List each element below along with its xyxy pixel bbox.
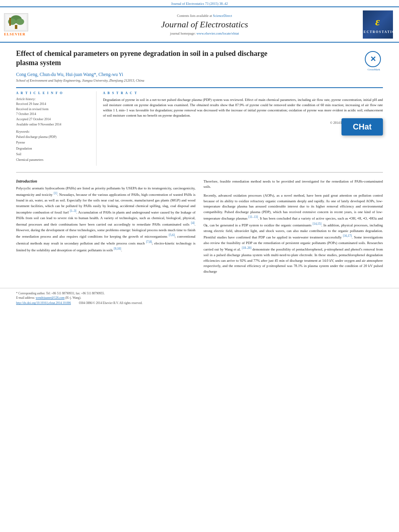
ref-11-13: [11–13] xyxy=(249,215,258,219)
ref-4: [4] xyxy=(191,221,195,225)
history-dates: Received 29 June 2014 Received in revise… xyxy=(16,102,90,127)
issn-copyright: 0304-3886/© 2014 Elsevier B.V. All right… xyxy=(79,301,142,305)
ref-5-6: [5,6] xyxy=(169,233,175,237)
elsevier-brand: ELSEVIER xyxy=(4,32,48,36)
article-info-panel: A R T I C L E I N F O Article history: R… xyxy=(16,91,97,166)
received-revised-label: Received in revised form xyxy=(16,107,90,112)
info-abstract-row: A R T I C L E I N F O Article history: R… xyxy=(16,87,383,166)
keyword-5: Chemical parameters xyxy=(16,157,90,163)
journal-title: Journal of Electrostatics xyxy=(56,19,353,30)
keyword-4: Soil xyxy=(16,152,90,157)
ref-18-20: [18–20] xyxy=(242,246,251,250)
body-col-right: Therefore, feasible remediation method n… xyxy=(204,179,383,278)
abstract-text: Degradation of pyrene in soil in a net-t… xyxy=(103,97,383,119)
available-date: Available online 9 November 2014 xyxy=(16,122,90,127)
section-divider xyxy=(16,172,383,173)
electrostatics-title: ELECTROSTATICS xyxy=(358,30,398,34)
received-revised-date: 7 October 2014 xyxy=(16,112,90,117)
keyword-2: Pyrene xyxy=(16,140,90,146)
received-date: Received 29 June 2014 xyxy=(16,102,90,107)
email-author: (H.-j. Wang). xyxy=(65,296,81,300)
crossmark-label: CrossMark xyxy=(365,68,383,71)
body-col-left: Introduction Polycyclic aromatic hydroca… xyxy=(16,179,195,278)
journal-logo-right: ε ELECTROSTATICS xyxy=(361,10,395,39)
affiliation: School of Environment and Safety Enginee… xyxy=(16,78,383,82)
homepage-link[interactable]: www.elsevier.com/locate/elstat xyxy=(196,31,239,35)
email-note: E-mail address: wendyjuaner@126.com (H.-… xyxy=(16,296,383,300)
intro-col2-para2: Recently, advanced oxidation processes (… xyxy=(204,193,383,274)
keywords-label: Keywords: xyxy=(16,130,90,134)
svg-rect-4 xyxy=(15,25,17,29)
chat-button[interactable]: CHat xyxy=(341,118,383,136)
sciencedirect-link: Contents lists available at ScienceDirec… xyxy=(56,14,353,18)
paper-title: Effect of chemical parameters on pyrene … xyxy=(16,49,290,68)
abstract-label: A B S T R A C T xyxy=(103,91,383,95)
abstract-panel: A B S T R A C T Degradation of pyrene in… xyxy=(97,91,383,166)
article-content: Effect of chemical parameters on pyrene … xyxy=(0,43,399,284)
svg-point-3 xyxy=(16,18,24,25)
svg-rect-5 xyxy=(9,18,11,26)
sciencedirect-anchor[interactable]: ScienceDirect xyxy=(213,14,232,18)
crossmark-circle: ✕ xyxy=(365,51,381,67)
ref-14-15: [14,15] xyxy=(313,222,321,226)
ref-1: [1] xyxy=(53,191,57,195)
elsevier-image xyxy=(4,13,28,31)
copyright: © 2014 Elsevier B.V. All rights reserved… xyxy=(103,121,383,125)
electrostatics-symbol: ε xyxy=(375,15,380,28)
corresponding-note: * Corresponding author. Tel: +86 511 887… xyxy=(16,292,383,295)
history-label: Article history: xyxy=(16,97,90,101)
accepted-date: Accepted 27 October 2014 xyxy=(16,117,90,122)
keyword-1: Pulsed discharge plasma (PDP) xyxy=(16,134,90,140)
elsevier-tree-svg xyxy=(6,14,26,30)
intro-col1-para1: Polycyclic aromatic hydrocarbons (PAHs) … xyxy=(16,186,195,253)
journal-homepage: journal homepage: www.elsevier.com/locat… xyxy=(56,31,353,35)
electrostatics-cover: ε ELECTROSTATICS xyxy=(363,10,393,39)
keywords-list: Pulsed discharge plasma (PDP) Pyrene Deg… xyxy=(16,134,90,163)
email-label: E-mail address: xyxy=(16,296,36,300)
publisher-logo-area: ELSEVIER xyxy=(4,13,48,36)
email-link[interactable]: wendyjuaner@126.com xyxy=(36,296,65,300)
ref-16-17: [16,17] xyxy=(343,234,352,238)
crossmark-icon: ✕ xyxy=(370,55,376,64)
footer-links: http://dx.doi.org/10.1016/j.elstat.2014.… xyxy=(16,301,383,305)
journal-header: ELSEVIER Contents lists available at Sci… xyxy=(0,6,399,43)
keywords-group: Keywords: Pulsed discharge plasma (PDP) … xyxy=(16,130,90,163)
journal-title-area: Contents lists available at ScienceDirec… xyxy=(48,14,361,35)
article-info-label: A R T I C L E I N F O xyxy=(16,91,90,95)
intro-col2-para1: Therefore, feasible remediation method n… xyxy=(204,179,383,190)
journal-reference: Journal of Electrostatics 73 (2015) 38–4… xyxy=(0,0,399,6)
doi-link[interactable]: http://dx.doi.org/10.1016/j.elstat.2014.… xyxy=(16,301,71,305)
article-history: Article history: Received 29 June 2014 R… xyxy=(16,97,90,127)
ref-1-3: [1–3] xyxy=(70,209,76,213)
keyword-3: Degradation xyxy=(16,146,90,152)
ref-7-8: [7,8] xyxy=(146,240,152,244)
journal-ref-text: Journal of Electrostatics 73 (2015) 38–4… xyxy=(171,2,228,6)
introduction-heading: Introduction xyxy=(16,179,195,183)
corresponding-text: * Corresponding author. Tel: +86 511 887… xyxy=(16,292,105,295)
ref-9-10: [9,10] xyxy=(114,247,121,251)
authors: Cong Geng, Chun-du Wu, Hui-juan Wang*, C… xyxy=(16,72,383,77)
crossmark-badge[interactable]: ✕ CrossMark xyxy=(365,51,383,69)
article-footer: * Corresponding author. Tel: +86 511 887… xyxy=(0,288,399,308)
title-row: Effect of chemical parameters on pyrene … xyxy=(16,49,383,72)
body-columns: Introduction Polycyclic aromatic hydroca… xyxy=(16,179,383,278)
